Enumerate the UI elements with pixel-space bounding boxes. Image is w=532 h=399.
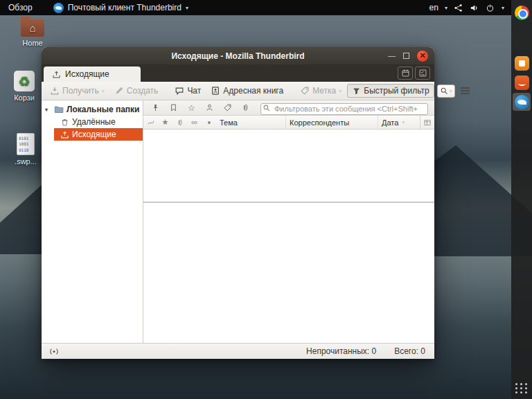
tab-outbox[interactable]: Исходящие <box>44 66 141 82</box>
desktop-icon-label: .swp... <box>6 157 46 166</box>
power-icon[interactable] <box>486 3 495 12</box>
correspondents-column-header[interactable]: Корреспонденты <box>285 116 378 129</box>
desktop-icon-trash[interactable]: ♻ Корзи <box>4 71 44 102</box>
hamburger-icon <box>461 87 470 89</box>
thread-column-header[interactable] <box>143 116 158 129</box>
address-book-label: Адресная книга <box>223 86 283 96</box>
subject-column-header[interactable]: Тема <box>216 116 285 129</box>
filter-messages-input[interactable] <box>260 103 428 115</box>
attachment-column-header[interactable] <box>172 116 187 129</box>
thread-icon <box>147 118 155 127</box>
pencil-icon <box>114 86 124 96</box>
trash-folder-icon <box>60 118 69 127</box>
date-column-header[interactable]: Дата ▾ <box>378 116 419 129</box>
dock-item-thunderbird[interactable] <box>513 93 531 111</box>
chevron-down-icon: ▾ <box>445 5 447 11</box>
tab-bar: Исходящие <box>42 64 434 82</box>
message-pane: ☆ ★ <box>143 100 434 343</box>
chevron-down-icon: ▾ <box>502 5 504 11</box>
folder-label: Исходящие <box>72 130 116 139</box>
starred-column-header[interactable]: ★ <box>158 116 172 129</box>
dock-item-chrome[interactable] <box>513 3 531 21</box>
calendar-tab-button[interactable] <box>398 66 413 80</box>
app-hamburger-menu-button[interactable] <box>456 85 474 97</box>
show-applications-button[interactable] <box>515 383 528 393</box>
address-book-icon <box>211 86 220 96</box>
quick-filter-toggle-button[interactable]: Быстрый фильтр <box>347 84 434 98</box>
outbox-icon <box>60 130 69 139</box>
filter-attachment-button[interactable] <box>240 103 251 114</box>
write-label: Создать <box>127 86 159 96</box>
message-list-empty[interactable] <box>143 130 434 202</box>
chevron-down-icon: ▾ <box>186 5 188 11</box>
pin-icon <box>151 103 160 112</box>
network-activity-icon[interactable] <box>48 347 60 356</box>
sticky-pin-filter-button[interactable] <box>150 103 161 114</box>
junk-column-header[interactable] <box>202 116 216 129</box>
network-icon[interactable] <box>454 3 463 12</box>
column-headers: ★ Тема Корреспонденты Дата ▾ <box>143 116 434 130</box>
chat-icon <box>175 86 184 96</box>
search-icon <box>440 87 449 96</box>
folder-label: Удалённые <box>72 117 116 127</box>
read-status-icon <box>190 118 199 127</box>
desktop-icon-label: Home <box>12 39 53 47</box>
dock-item-amazon[interactable] <box>513 73 531 91</box>
expander-icon[interactable]: ▾ <box>45 107 51 113</box>
chat-label: Чат <box>187 86 201 96</box>
software-store-icon <box>515 56 529 71</box>
desktop-icon-swp-file[interactable]: 0101 1001 0110 .swp... <box>6 133 46 166</box>
window-titlebar[interactable]: Исходящие - Mozilla Thunderbird — ✕ <box>42 47 434 64</box>
folder-row-local-folders[interactable]: ▾ Локальные папки <box>42 103 143 116</box>
message-preview-empty[interactable] <box>143 203 434 343</box>
window-main-area: ▾ Локальные папки Удалённые Исходящие <box>42 100 434 343</box>
sort-chevron-icon: ▾ <box>402 119 405 125</box>
tag-button[interactable]: Метка ▾ <box>296 84 346 98</box>
column-picker-button[interactable] <box>420 116 434 129</box>
folder-label: Локальные папки <box>66 105 140 114</box>
quick-filter-bar: ☆ <box>143 100 434 116</box>
chat-button[interactable]: Чат <box>170 84 205 98</box>
funnel-icon <box>352 87 361 96</box>
paperclip-icon <box>176 118 184 127</box>
close-button[interactable]: ✕ <box>417 51 428 62</box>
thunderbird-icon <box>515 95 529 109</box>
quick-filter-label: Быстрый фильтр <box>364 86 429 96</box>
maximize-button[interactable] <box>403 53 409 59</box>
junk-icon <box>205 118 213 127</box>
minimize-button[interactable]: — <box>388 52 396 60</box>
desktop-icon-home[interactable]: ⌂ Home <box>12 19 53 47</box>
unread-ribbon-icon <box>169 103 178 112</box>
write-button[interactable]: Создать <box>110 84 163 98</box>
read-column-header[interactable] <box>187 116 202 129</box>
amazon-icon <box>515 76 529 90</box>
get-messages-button[interactable]: Получить ▾ <box>46 84 109 98</box>
column-picker-icon <box>423 118 432 127</box>
system-tray[interactable]: en ▾ ▾ <box>429 3 511 12</box>
volume-icon[interactable] <box>470 3 479 12</box>
folder-row-trash[interactable]: Удалённые <box>42 116 143 128</box>
total-count: Всего: 0 <box>394 346 425 356</box>
contact-icon <box>205 103 214 112</box>
folder-pane: ▾ Локальные папки Удалённые Исходящие <box>42 100 143 343</box>
filter-unread-button[interactable] <box>168 103 179 114</box>
chevron-down-icon: ▾ <box>339 88 342 94</box>
unread-count: Непрочитанных: 0 <box>306 346 376 356</box>
dock-item-software[interactable] <box>513 54 531 72</box>
chevron-down-icon: ▾ <box>450 88 452 94</box>
filter-contact-button[interactable] <box>204 103 215 114</box>
mail-toolbar: Получить ▾ Создать Чат Адресная книга Ме… <box>42 82 434 100</box>
app-menu-button[interactable]: Почтовый клиент Thunderbird ▾ <box>48 0 194 15</box>
folder-icon <box>54 105 64 114</box>
quick-filter-search[interactable] <box>260 102 428 114</box>
search-button[interactable]: ▾ <box>437 85 455 98</box>
activities-button[interactable]: Обзор <box>0 0 41 15</box>
folder-row-outbox-selected[interactable]: Исходящие <box>54 128 143 141</box>
address-book-button[interactable]: Адресная книга <box>206 84 287 98</box>
binary-file-icon: 0101 1001 0110 <box>17 133 35 155</box>
tasks-tab-button[interactable] <box>415 66 430 80</box>
filter-starred-button[interactable]: ☆ <box>186 103 197 114</box>
filter-tags-button[interactable] <box>222 103 233 114</box>
tag-icon <box>223 103 232 112</box>
language-indicator[interactable]: en <box>429 3 438 12</box>
